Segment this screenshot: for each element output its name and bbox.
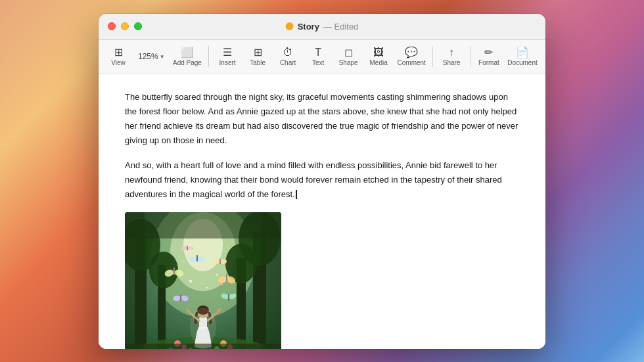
shape-label: Shape (339, 59, 358, 66)
chart-label: Chart (280, 59, 296, 66)
zoom-arrow-icon: ▼ (160, 54, 165, 60)
svg-rect-37 (219, 259, 221, 264)
format-icon: ✏ (484, 47, 493, 58)
format-button[interactable]: ✏ Format (474, 45, 503, 69)
svg-point-52 (190, 307, 216, 347)
text-button[interactable]: T Text (304, 45, 333, 69)
svg-point-42 (187, 246, 194, 250)
document-label: Document (507, 59, 538, 66)
paragraph-1: The butterfly soared through the night s… (125, 90, 519, 148)
svg-point-47 (183, 261, 185, 263)
window-edited-label: — Edited (323, 22, 358, 32)
minimize-button[interactable] (121, 22, 129, 30)
comment-button[interactable]: 💬 Comment (394, 45, 428, 69)
share-icon: ↑ (449, 47, 454, 58)
view-label: View (111, 59, 126, 66)
svg-point-46 (206, 287, 208, 288)
svg-point-36 (220, 259, 227, 264)
add-page-label: Add Page (173, 59, 202, 66)
svg-point-48 (221, 284, 223, 285)
svg-point-44 (189, 280, 192, 283)
text-cursor (296, 190, 297, 199)
media-button[interactable]: 🖼 Media (364, 45, 393, 69)
media-label: Media (369, 59, 387, 66)
chart-button[interactable]: ⏱ Chart (273, 45, 302, 69)
traffic-lights (108, 22, 142, 30)
table-button[interactable]: ⊞ Table (243, 45, 272, 69)
paragraph-2: And so, with a heart full of love and a … (125, 158, 519, 202)
add-page-button[interactable]: ⬜ Add Page (170, 45, 205, 69)
svg-point-45 (216, 274, 218, 276)
svg-rect-31 (226, 274, 227, 282)
shape-button[interactable]: ◻ Shape (334, 45, 363, 69)
zoom-value: 125% (138, 52, 158, 61)
table-label: Table (250, 59, 265, 66)
toolbar: ⊞ View 125% ▼ ⬜ Add Page ☰ Insert ⊞ Tabl… (99, 40, 545, 74)
title-bar: Story — Edited (99, 14, 545, 40)
comment-icon: 💬 (405, 47, 418, 58)
format-label: Format (478, 59, 499, 66)
table-icon: ⊞ (254, 47, 262, 58)
toolbar-divider-3 (470, 46, 471, 67)
media-icon: 🖼 (373, 47, 384, 58)
share-label: Share (443, 59, 461, 66)
svg-rect-55 (125, 212, 145, 348)
window-title: Story (298, 22, 319, 32)
chart-icon: ⏱ (283, 47, 293, 58)
zoom-control[interactable]: 125% ▼ (134, 49, 169, 64)
svg-rect-53 (125, 212, 281, 238)
view-button[interactable]: ⊞ View (104, 45, 133, 69)
title-dot-icon (286, 22, 294, 30)
close-button[interactable] (108, 22, 116, 30)
text-label: Text (312, 59, 324, 66)
insert-label: Insert (219, 59, 236, 66)
svg-rect-40 (228, 294, 229, 301)
window-title-area: Story — Edited (286, 22, 359, 32)
svg-rect-25 (173, 267, 175, 275)
document-button[interactable]: 📄 Document (505, 45, 540, 69)
text-icon: T (315, 47, 321, 58)
svg-point-41 (181, 246, 187, 250)
document-icon: 📄 (516, 47, 529, 58)
story-image (125, 212, 281, 348)
document-content[interactable]: The butterfly soared through the night s… (99, 74, 545, 349)
toolbar-divider-1 (208, 46, 209, 67)
svg-rect-56 (262, 212, 281, 348)
svg-rect-54 (125, 344, 281, 348)
add-page-icon: ⬜ (181, 47, 194, 58)
shape-icon: ◻ (344, 47, 353, 58)
insert-button[interactable]: ☰ Insert (213, 45, 242, 69)
insert-icon: ☰ (223, 47, 232, 58)
comment-label: Comment (398, 59, 426, 66)
svg-rect-43 (187, 246, 188, 250)
svg-point-35 (214, 259, 220, 264)
maximize-button[interactable] (134, 22, 142, 30)
share-button[interactable]: ↑ Share (437, 45, 466, 69)
svg-rect-34 (180, 294, 181, 301)
view-icon: ⊞ (114, 47, 123, 58)
svg-rect-28 (196, 255, 198, 261)
toolbar-divider-2 (432, 46, 433, 67)
app-window: Story — Edited ⊞ View 125% ▼ ⬜ Add Page … (99, 14, 545, 349)
